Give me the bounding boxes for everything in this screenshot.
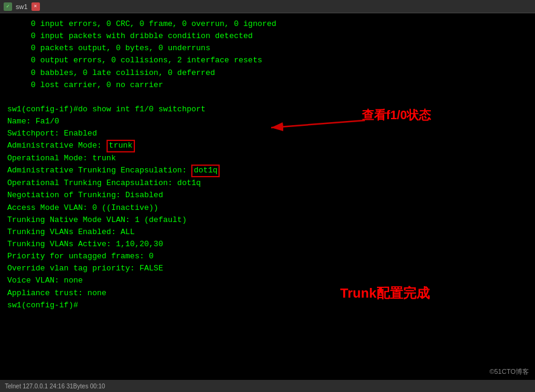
encap-value: dot1q <box>191 165 220 177</box>
status-bar: Telnet 127.0.0.1 24:16 31Bytes 00:10 <box>0 380 535 392</box>
annotation-trunk-done: Trunk配置完成 <box>340 284 430 302</box>
title-label: sw1 <box>16 3 28 10</box>
command-line: sw1(config-if)#do show int f1/0 switchpo… <box>7 105 206 114</box>
annotation-text-2: Trunk配置完成 <box>340 286 430 301</box>
status-info: Telnet 127.0.0.1 24:16 31Bytes 00:10 <box>5 383 105 390</box>
admin-mode-value: trunk <box>107 140 135 152</box>
terminal-output: 0 input errors, 0 CRC, 0 frame, 0 overru… <box>7 18 528 312</box>
terminal-window: 0 input errors, 0 CRC, 0 frame, 0 overru… <box>0 13 535 380</box>
watermark: ©51CTO博客 <box>490 367 529 376</box>
close-button[interactable]: × <box>31 2 40 11</box>
sw1-icon: ✓ <box>4 2 12 11</box>
annotation-text-1: 查看f1/0状态 <box>362 108 431 122</box>
svg-line-1 <box>271 120 365 128</box>
annotation-check-status: 查看f1/0状态 <box>362 107 431 123</box>
title-bar: ✓ sw1 × <box>0 0 535 13</box>
